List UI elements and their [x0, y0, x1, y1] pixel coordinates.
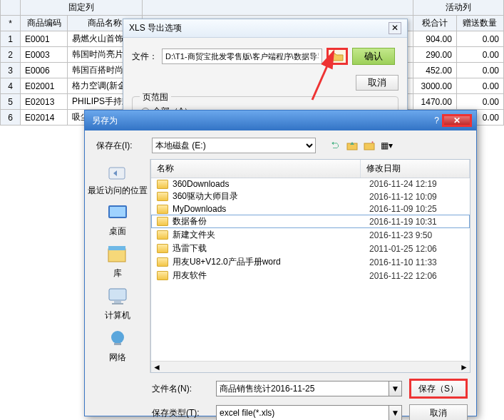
folder-icon [157, 271, 168, 280]
svg-rect-7 [108, 249, 125, 262]
sidebar-item-recent[interactable]: 最近访问的位置 [88, 162, 148, 195]
list-item[interactable]: 用友U8+V12.0产品手册word2016-11-10 11:33 [151, 255, 470, 269]
svg-rect-13 [114, 343, 121, 345]
chevron-down-icon[interactable]: ▼ [389, 381, 402, 396]
libraries-icon [106, 245, 130, 265]
svg-point-12 [111, 331, 124, 344]
scroll-left-icon[interactable]: ◄ [153, 362, 161, 372]
back-icon[interactable]: ⮌ [329, 139, 341, 152]
sidebar-item-network[interactable]: 网络 [105, 327, 130, 364]
save-as-dialog: 另存为 ? ✕ 保存在(I): 本地磁盘 (E:) ⮌ * ▦▾ 最近访问的位置 [84, 110, 477, 416]
svg-rect-8 [108, 246, 125, 250]
header-tax: 税合计 [413, 16, 456, 31]
filetype-input[interactable] [216, 405, 389, 420]
desktop-icon [106, 203, 130, 222]
sidebar-item-libraries[interactable]: 库 [105, 243, 130, 280]
up-folder-icon[interactable] [346, 139, 359, 152]
saveas-title: 另存为 [89, 115, 434, 127]
svg-text:*: * [371, 140, 374, 146]
svg-rect-6 [110, 207, 125, 217]
chevron-down-icon[interactable]: ▼ [389, 405, 402, 420]
list-item[interactable]: 数据备份2016-11-19 10:31 [151, 215, 470, 228]
svg-rect-10 [114, 301, 121, 303]
help-icon[interactable]: ? [434, 116, 439, 126]
scroll-right-icon[interactable]: ► [460, 362, 468, 372]
range-legend: 页范围 [140, 91, 171, 103]
folder-icon [157, 230, 168, 240]
folder-icon [157, 180, 168, 189]
computer-icon [106, 287, 130, 307]
list-item[interactable]: MyDownloads2016-11-09 10:25 [151, 203, 470, 215]
sidebar-item-computer[interactable]: 计算机 [105, 285, 130, 322]
view-menu-icon[interactable]: ▦▾ [380, 139, 393, 152]
savein-label: 保存在(I): [96, 140, 146, 152]
cancel-button[interactable]: 取消 [356, 75, 398, 91]
folder-icon [157, 257, 168, 267]
col-name[interactable]: 名称 [151, 160, 361, 178]
filename-input[interactable] [216, 381, 389, 396]
recent-places-icon [106, 163, 130, 183]
network-icon [106, 329, 130, 349]
folder-icon [157, 244, 168, 253]
places-sidebar: 最近访问的位置 桌面 库 计算机 网络 [85, 159, 150, 373]
confirm-button[interactable]: 确认 [352, 48, 395, 65]
list-item[interactable]: 用友软件2016-11-22 12:06 [151, 269, 470, 282]
filetype-label: 保存类型(T): [152, 407, 209, 419]
cancel-button[interactable]: 取消 [409, 404, 468, 420]
folder-icon [157, 217, 168, 226]
folder-icon [157, 192, 168, 201]
header-row: * [1, 16, 21, 31]
row-header-corner [1, 0, 21, 16]
new-folder-icon[interactable]: * [363, 139, 376, 152]
list-item[interactable]: 新建文件夹2016-11-23 9:50 [151, 228, 470, 242]
export-dialog-title: XLS 导出选项 [129, 22, 182, 34]
h-scrollbar[interactable]: ◄ ► [151, 361, 470, 372]
list-item[interactable]: 迅雷下载2011-01-25 12:06 [151, 242, 470, 255]
sidebar-item-desktop[interactable]: 桌面 [105, 201, 130, 237]
header-code: 商品编码 [21, 16, 68, 31]
close-icon[interactable]: ✕ [389, 22, 401, 34]
list-item[interactable]: 360Downloads2016-11-24 12:19 [151, 178, 470, 190]
folder-icon [157, 205, 168, 214]
section-active: 活动列 [413, 0, 503, 16]
section-fixed: 固定列 [21, 0, 143, 16]
col-date[interactable]: 修改日期 [361, 160, 470, 178]
file-path-input[interactable] [162, 48, 322, 64]
savein-dropdown[interactable]: 本地磁盘 (E:) [152, 138, 316, 153]
svg-rect-9 [109, 289, 126, 300]
header-gift: 赠送数量 [456, 16, 503, 31]
filename-label: 文件名(N): [152, 383, 209, 395]
save-button[interactable]: 保存（S） [409, 379, 468, 399]
file-list[interactable]: 名称 修改日期 360Downloads2016-11-24 12:19360驱… [150, 159, 470, 373]
svg-rect-11 [112, 303, 123, 304]
close-button[interactable]: ✕ [442, 114, 472, 127]
file-label: 文件： [132, 51, 158, 63]
folder-open-icon [331, 51, 344, 61]
browse-button[interactable] [326, 48, 348, 65]
list-item[interactable]: 360驱动大师目录2016-11-12 10:09 [151, 190, 470, 203]
